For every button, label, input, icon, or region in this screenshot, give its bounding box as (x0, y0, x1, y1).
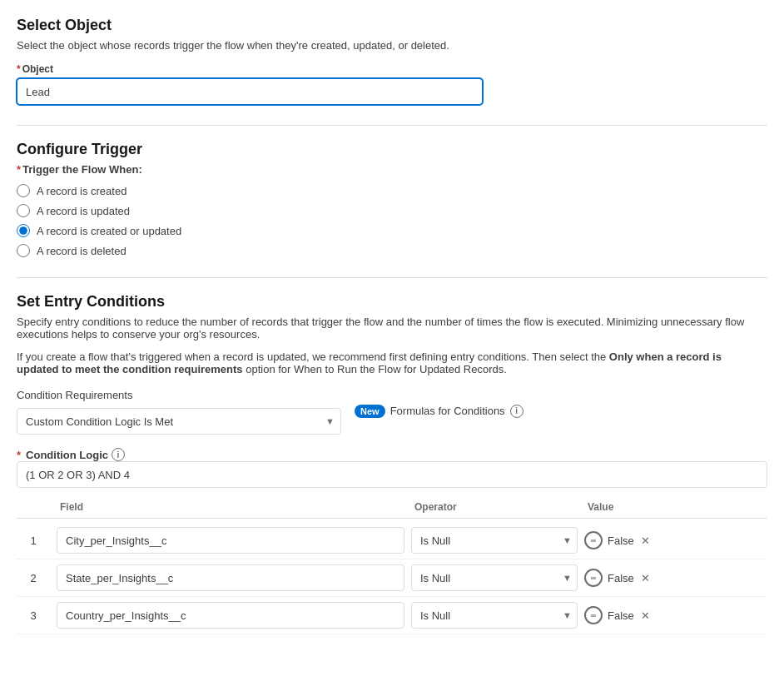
value-cell-1: ∞ False ✕ (584, 531, 767, 549)
trigger-option-updated[interactable]: A record is updated (17, 204, 767, 217)
operator-wrap-2: Is Null Is Not Null Equals ▼ (411, 564, 578, 591)
condition-logic-info-icon[interactable]: i (112, 448, 125, 461)
trigger-created-updated-label: A record is created or updated (37, 225, 181, 237)
entry-conditions-title: Set Entry Conditions (17, 293, 767, 311)
configure-trigger-title: Configure Trigger (17, 141, 767, 158)
radio-created-updated[interactable] (17, 224, 30, 237)
value-icon-3: ∞ (584, 606, 603, 624)
value-close-2[interactable]: ✕ (641, 572, 650, 584)
divider-1 (17, 125, 767, 126)
required-star-logic: * (17, 449, 21, 461)
new-badge: New (355, 405, 385, 418)
object-input[interactable] (17, 78, 483, 105)
trigger-deleted-label: A record is deleted (37, 245, 127, 257)
formulas-label: Formulas for Conditions (390, 405, 505, 417)
value-text-3: False (608, 609, 634, 622)
condition-logic-section: * Condition Logic i (17, 448, 767, 488)
required-star: * (17, 63, 21, 75)
value-close-1[interactable]: ✕ (641, 534, 650, 547)
table-row: 3 Is Null Is Not Null Equals ▼ ∞ False ✕ (17, 597, 767, 634)
trigger-radio-group: A record is created A record is updated … (17, 184, 767, 257)
operator-select-2[interactable]: Is Null Is Not Null Equals (411, 564, 578, 591)
trigger-flow-when-label: *Trigger the Flow When: (17, 163, 767, 176)
field-input-3[interactable] (57, 602, 404, 629)
entry-desc: Specify entry conditions to reduce the n… (17, 316, 766, 341)
condition-req-select[interactable]: All Conditions Are Met (AND) Any Conditi… (17, 408, 341, 435)
condition-req-label: Condition Requirements (17, 389, 341, 401)
operator-wrap-1: Is Null Is Not Null Equals ▼ (411, 527, 578, 554)
formulas-info-icon[interactable]: i (510, 405, 523, 418)
condition-logic-input[interactable] (17, 461, 767, 488)
value-cell-3: ∞ False ✕ (584, 606, 767, 624)
select-object-section: Select Object Select the object whose re… (17, 17, 767, 105)
condition-logic-label: * Condition Logic i (17, 448, 767, 461)
trigger-option-created[interactable]: A record is created (17, 184, 767, 197)
trigger-created-label: A record is created (37, 185, 127, 197)
field-input-2[interactable] (57, 564, 404, 591)
value-text-1: False (608, 534, 634, 547)
condition-req-row: Condition Requirements All Conditions Ar… (17, 389, 767, 435)
value-icon-2: ∞ (584, 569, 603, 587)
object-field-label: *Object (17, 63, 767, 75)
col-header-value: Value (584, 501, 767, 513)
col-header-field: Field (57, 501, 404, 513)
formulas-conditions-button[interactable]: New Formulas for Conditions i (355, 405, 523, 418)
trigger-option-created-updated[interactable]: A record is created or updated (17, 224, 767, 237)
row-num-2: 2 (17, 572, 50, 584)
value-icon-1: ∞ (584, 531, 603, 549)
value-cell-2: ∞ False ✕ (584, 569, 767, 587)
divider-2 (17, 277, 767, 278)
radio-updated[interactable] (17, 204, 30, 217)
select-object-title: Select Object (17, 17, 767, 34)
value-text-2: False (608, 572, 634, 584)
entry-note-suffix: option for When to Run the Flow for Upda… (243, 363, 507, 375)
row-num-3: 3 (17, 609, 50, 622)
operator-wrap-3: Is Null Is Not Null Equals ▼ (411, 602, 578, 629)
col-header-num (17, 501, 50, 513)
required-star-trigger: * (17, 163, 21, 176)
field-input-1[interactable] (57, 527, 404, 554)
condition-req-select-wrapper: All Conditions Are Met (AND) Any Conditi… (17, 408, 341, 435)
col-header-operator: Operator (411, 501, 578, 513)
entry-note-prefix: If you create a flow that's triggered wh… (17, 350, 609, 363)
entry-note: If you create a flow that's triggered wh… (17, 350, 766, 375)
table-row: 2 Is Null Is Not Null Equals ▼ ∞ False ✕ (17, 559, 767, 597)
select-object-subtitle: Select the object whose records trigger … (17, 39, 767, 52)
table-row: 1 Is Null Is Not Null Equals ▼ ∞ False ✕ (17, 522, 767, 559)
operator-select-3[interactable]: Is Null Is Not Null Equals (411, 602, 578, 629)
row-num-1: 1 (17, 534, 50, 547)
entry-conditions-section: Set Entry Conditions Specify entry condi… (17, 293, 767, 634)
conditions-table-header: Field Operator Value (17, 498, 767, 519)
formulas-btn-wrapper: New Formulas for Conditions i (355, 405, 523, 420)
conditions-table: Field Operator Value 1 Is Null Is Not Nu… (17, 498, 767, 634)
configure-trigger-section: Configure Trigger *Trigger the Flow When… (17, 141, 767, 257)
trigger-updated-label: A record is updated (37, 205, 130, 217)
trigger-option-deleted[interactable]: A record is deleted (17, 244, 767, 257)
condition-req-section: Condition Requirements All Conditions Ar… (17, 389, 341, 435)
radio-deleted[interactable] (17, 244, 30, 257)
radio-created[interactable] (17, 184, 30, 197)
operator-select-1[interactable]: Is Null Is Not Null Equals (411, 527, 578, 554)
value-close-3[interactable]: ✕ (641, 609, 650, 622)
